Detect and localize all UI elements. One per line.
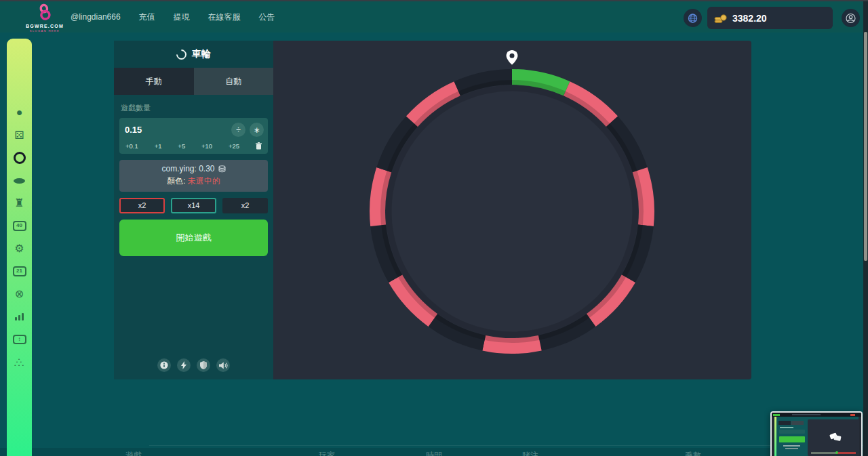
pip-tab-auto (791, 421, 804, 425)
speaker-icon (219, 362, 228, 369)
coin-stack-icon[interactable] (218, 165, 226, 173)
nav-link-announcement[interactable]: 公告 (259, 12, 275, 23)
start-game-button[interactable]: 開始遊戲 (119, 220, 268, 256)
shield-icon (200, 361, 207, 369)
pip-amount-input (779, 430, 805, 434)
nav-menu: @lingdian666 充值 提現 在線客服 公告 (71, 1, 275, 33)
profile-button[interactable] (842, 9, 860, 27)
panel-body: 遊戲數量 ÷ ∗ +0.1+1+5+10+25 com.ying: 0.30 (114, 95, 273, 256)
info-icon (160, 361, 168, 369)
keno-40-icon: 40 (13, 221, 26, 231)
mines-icon: ● (16, 107, 23, 118)
pip-progress-left (811, 452, 837, 454)
footer-divider (149, 445, 868, 446)
sidebar-item-chip[interactable]: ⊗ (7, 286, 32, 302)
round-info-line1: com.ying: 0.30 (122, 164, 265, 173)
pip-green-chip (773, 414, 780, 416)
bets-column-4: 賭注 (522, 450, 538, 456)
round-info-box: com.ying: 0.30 顏色: 未選中的 (119, 160, 268, 192)
bet-panel: 車輪 手動 自動 遊戲數量 ÷ ∗ +0.1+1+5+10+25 (114, 41, 273, 379)
trend-icon (15, 313, 24, 320)
quick-add-10[interactable]: +10 (201, 142, 212, 150)
pip-progress-dot (835, 451, 838, 454)
gear-game-icon: ⚙ (14, 243, 24, 254)
scrollbar-thumb[interactable] (864, 32, 867, 261)
amount-box: ÷ ∗ +0.1+1+5+10+25 (119, 118, 268, 154)
sidebar-item-plinko-disc[interactable] (7, 173, 32, 189)
trash-icon (256, 142, 262, 150)
wheel (273, 41, 751, 379)
pip-progress-right (837, 452, 856, 454)
pip-start-button (779, 436, 805, 442)
wheel-pointer-pin-icon (502, 49, 521, 68)
sound-button[interactable] (216, 358, 230, 372)
wheel-game-area (273, 41, 751, 379)
nav-username[interactable]: @lingdian666 (71, 12, 121, 22)
brand-logo[interactable]: BGWRE.COM SLOGAN HERE (23, 3, 66, 33)
dice-icon: ⚄ (15, 130, 24, 141)
navbar: BGWRE.COM SLOGAN HERE @lingdian666 充值 提現… (0, 1, 868, 33)
panel-header: 車輪 (114, 41, 273, 68)
games-sidebar: ●⚄♜40⚙21⊗↕•• •• • • (7, 39, 32, 456)
tower-icon: ♜ (14, 198, 24, 209)
amount-label: 遊戲數量 (121, 103, 267, 113)
halve-button[interactable]: ÷ (231, 123, 245, 137)
multiplier-button-2[interactable]: x14 (171, 198, 216, 213)
sidebar-item-wheel[interactable] (7, 150, 32, 166)
sidebar-item-keno-40[interactable]: 40 (7, 218, 32, 234)
pip-amount-label (780, 427, 793, 428)
nav-link-withdraw[interactable]: 提現 (174, 12, 190, 23)
brand-name: BGWRE.COM (23, 24, 66, 28)
hilo-icon: ↕ (13, 335, 26, 345)
pip-tab-manual (778, 421, 791, 425)
sidebar-item-mines[interactable]: ● (7, 104, 32, 121)
quick-add-25[interactable]: +25 (229, 142, 239, 150)
sidebar-item-plinko-dots[interactable]: •• •• • • (7, 354, 32, 371)
multiplier-button-3[interactable]: x2 (222, 198, 268, 213)
sidebar-item-blackjack-21[interactable]: 21 (7, 264, 32, 280)
quick-add-row: +0.1+1+5+10+25 (123, 138, 264, 152)
person-icon (846, 12, 856, 24)
turbo-button[interactable] (177, 358, 191, 372)
pip-sidebar (774, 417, 776, 456)
lightning-icon (181, 361, 186, 369)
wheel-ring-icon (174, 47, 189, 61)
tab-auto[interactable]: 自動 (194, 68, 274, 95)
quick-add-5[interactable]: +5 (178, 142, 185, 150)
clear-amount-button[interactable] (256, 142, 262, 150)
sidebar-item-gear-game[interactable]: ⚙ (7, 241, 32, 257)
double-button[interactable]: ∗ (250, 123, 264, 137)
info-button[interactable] (157, 358, 171, 372)
pip-close-chip (850, 414, 855, 416)
chip-icon: ⊗ (15, 289, 24, 299)
bets-column-2: 玩家 (319, 450, 335, 456)
sidebar-item-dice[interactable]: ⚄ (7, 127, 32, 144)
pip-title-text (792, 414, 821, 415)
fairness-button[interactable] (197, 358, 210, 372)
sidebar-item-trend[interactable] (7, 309, 32, 325)
nav-link-deposit[interactable]: 充值 (139, 12, 155, 23)
mode-tabs: 手動 自動 (114, 68, 273, 95)
pip-card-icon-2 (833, 435, 841, 441)
plinko-dots-icon: •• •• • • (14, 358, 24, 367)
brand-ribbon-icon (37, 3, 53, 21)
pip-content (774, 417, 859, 456)
balance-display[interactable]: 3382.20 (707, 7, 833, 29)
multiplier-button-1[interactable]: x2 (119, 198, 165, 213)
round-info-line2: 顏色: 未選中的 (122, 175, 265, 187)
multiplier-row: x2x14x2 (119, 198, 268, 213)
sidebar-item-tower[interactable]: ♜ (7, 195, 32, 211)
tab-manual[interactable]: 手動 (114, 68, 194, 95)
game-title: 車輪 (192, 48, 211, 60)
pip-game-area (808, 419, 859, 456)
language-globe-button[interactable] (684, 9, 702, 27)
scrollbar-track[interactable] (863, 1, 868, 456)
pip-preview-window[interactable] (770, 411, 863, 456)
nav-link-support[interactable]: 在線客服 (208, 12, 241, 23)
sidebar-item-hilo[interactable]: ↕ (7, 331, 32, 348)
quick-add-1[interactable]: +1 (155, 142, 162, 150)
bets-column-5: 乘數 (685, 450, 701, 456)
amount-input[interactable] (123, 125, 227, 135)
color-value: 未選中的 (188, 176, 220, 186)
quick-add-0.1[interactable]: +0.1 (125, 142, 138, 150)
